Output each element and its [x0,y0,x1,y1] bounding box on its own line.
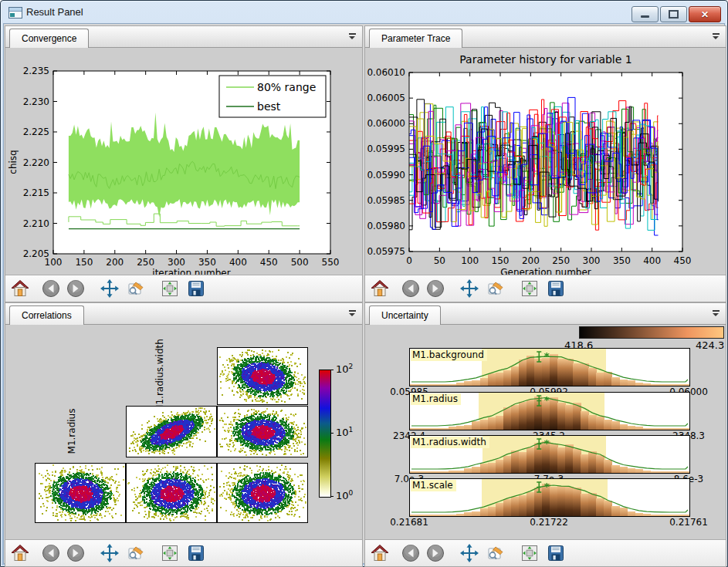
convergence-toolbar [5,275,362,302]
correlation-plot-0 [217,347,308,405]
svg-text:2.215: 2.215 [23,187,49,198]
back-icon [401,279,420,298]
home-button[interactable] [370,543,390,563]
convergence-figure: 2.2352.2302.2252.2202.2152.2102.20510015… [5,48,362,275]
parameter-label: M1.background [411,349,487,361]
forward-button[interactable] [66,278,86,299]
save-icon [187,279,205,298]
customize-button[interactable] [486,543,506,563]
pan-button[interactable] [459,543,479,563]
window-title: Result Panel [26,6,83,18]
svg-text:450: 450 [674,255,692,266]
titlebar[interactable]: Result Panel ✕ [1,1,727,23]
subplots-button[interactable] [520,278,540,299]
svg-text:2.230: 2.230 [23,96,49,107]
home-button[interactable] [10,543,30,563]
parameter-trace-chart: 0.060100.060050.060000.059950.059900.059… [365,48,724,275]
home-button[interactable] [370,278,390,299]
tab-convergence[interactable]: Convergence [9,29,89,48]
home-icon [371,279,389,298]
customize-button[interactable] [126,543,146,563]
svg-text:500: 500 [291,257,309,268]
minimize-icon [641,15,649,18]
colorbar-max-label: 424.3 [696,339,724,351]
tab-menu-button[interactable] [349,33,356,39]
home-icon [11,544,29,562]
back-button[interactable] [401,278,421,299]
svg-text:Parameter history for variable: Parameter history for variable 1 [459,53,631,66]
correlations-figure: M1.radius.width M1.radius M1.background … [5,325,362,540]
back-button[interactable] [41,278,61,299]
axis-tick-label: 0.21722 [530,517,568,528]
svg-text:80% range: 80% range [257,81,316,93]
parameter-trace-toolbar [365,275,726,302]
maximize-button[interactable] [660,6,687,22]
pan-button[interactable] [459,278,479,299]
forward-button[interactable] [425,543,445,563]
uncertainty-tabbar: Uncertainty [365,303,726,325]
svg-text:350: 350 [198,257,216,268]
tab-menu-button[interactable] [713,310,720,316]
pan-button[interactable] [100,543,120,563]
pan-icon [100,279,119,298]
subplots-button[interactable] [160,543,180,563]
tab-menu-button[interactable] [713,33,720,39]
svg-text:0.05980: 0.05980 [367,221,405,231]
svg-text:50: 50 [434,255,445,266]
forward-icon [66,544,85,562]
svg-text:0: 0 [406,255,412,266]
histogram-M1.scale: M1.scale [409,478,690,517]
correlation-plot-3 [35,463,126,523]
correlation-plot-4 [126,463,217,523]
customize-icon [127,544,145,562]
svg-text:2.235: 2.235 [23,66,49,76]
forward-icon [66,279,85,298]
dock-area: Convergence 2.2352.2302.2252.2202.2152.2… [3,23,725,564]
forward-button[interactable] [66,543,86,563]
histogram-M1.radius.width: M1.radius.width [409,435,690,474]
customize-icon [486,279,505,298]
home-icon [371,544,389,562]
uncertainty-toolbar [365,539,726,566]
customize-button[interactable] [486,278,506,299]
svg-text:0.05995: 0.05995 [367,143,405,154]
back-button[interactable] [41,543,61,563]
tab-uncertainty[interactable]: Uncertainty [369,305,441,325]
axis-tick-label: 0.21681 [390,517,428,528]
svg-text:550: 550 [322,257,340,268]
close-button[interactable]: ✕ [689,6,721,22]
save-button[interactable] [546,543,566,563]
tab-correlations[interactable]: Correlations [9,305,84,325]
subplots-button[interactable] [520,543,540,563]
convergence-tabbar: Convergence [5,26,362,48]
save-button[interactable] [186,278,206,299]
uncertainty-colorbar [579,326,724,339]
panel-uncertainty: Uncertainty 418.6 424.3 M1.background0.0… [364,302,726,567]
minimize-button[interactable] [631,6,659,22]
subplots-icon [520,279,539,298]
back-icon [42,279,60,298]
svg-text:250: 250 [137,257,154,268]
colorbar-tick [330,370,334,370]
forward-button[interactable] [425,278,445,299]
svg-text:300: 300 [168,257,185,268]
subplots-icon [161,279,179,298]
home-button[interactable] [10,278,30,299]
svg-text:450: 450 [260,257,278,268]
customize-button[interactable] [126,278,146,299]
uncertainty-figure: 418.6 424.3 M1.background0.059850.059920… [365,325,726,540]
pan-button[interactable] [100,278,120,299]
tab-menu-button[interactable] [349,310,356,316]
back-button[interactable] [401,543,421,563]
save-button[interactable] [546,278,566,299]
correlation-plot-1 [126,406,217,457]
panel-correlations: Correlations M1.radius.width M1.radius M… [5,302,363,567]
subplots-icon [520,544,539,562]
svg-text:100: 100 [461,255,479,266]
save-icon [187,544,205,562]
tab-parameter-trace[interactable]: Parameter Trace [369,29,462,48]
save-button[interactable] [186,543,206,563]
svg-text:150: 150 [492,255,510,266]
subplots-button[interactable] [160,278,180,299]
customize-icon [486,544,505,562]
